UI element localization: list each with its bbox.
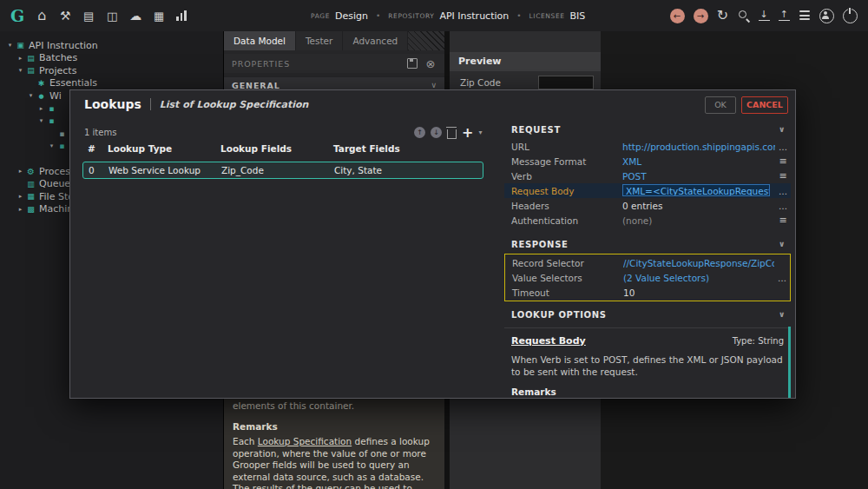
forward-button[interactable]	[694, 9, 708, 23]
chevron-down-icon	[431, 81, 437, 89]
section-title: RESPONSE	[511, 240, 779, 249]
column-header-targets[interactable]: Target Fields	[333, 143, 400, 154]
property-row-url[interactable]: URL http://production.shippingapis.com/.…	[504, 139, 791, 154]
property-value[interactable]: //CityStateLookupResponse/ZipCode	[623, 258, 774, 268]
expander-icon[interactable]	[16, 206, 25, 213]
property-row-headers[interactable]: Headers 0 entries	[504, 198, 791, 213]
user-icon[interactable]	[819, 9, 834, 23]
property-row-request-body[interactable]: Request Body XML=<CityStateLookupRequest…	[504, 183, 791, 198]
expander-icon[interactable]	[16, 193, 25, 200]
property-value[interactable]: 0 entries	[622, 201, 775, 211]
ellipsis-button[interactable]	[775, 142, 791, 152]
add-dropdown-caret[interactable]	[478, 129, 482, 136]
ellipsis-button[interactable]	[775, 186, 791, 196]
move-up-button[interactable]	[414, 127, 425, 138]
request-section-header[interactable]: REQUEST	[504, 122, 791, 137]
property-row-timeout[interactable]: Timeout 10	[505, 285, 790, 300]
property-help-panel: elements of this container. Remarks Each…	[224, 399, 444, 489]
expander-icon[interactable]	[5, 42, 15, 49]
tab-advanced[interactable]: Advanced	[343, 31, 408, 50]
grooper-design-window: G PAGE Design REPOSITORY API Instruction…	[0, 0, 868, 489]
layers-icon[interactable]	[799, 10, 811, 21]
column-header-index[interactable]: #	[88, 143, 95, 154]
property-value-editor[interactable]: XML=<CityStateLookupRequest USER...	[622, 184, 770, 196]
help-title: Request Body	[511, 335, 733, 347]
expander-icon[interactable]	[16, 168, 25, 175]
expander-icon[interactable]	[36, 105, 46, 112]
cloud-icon[interactable]	[129, 10, 141, 22]
tools-icon[interactable]	[59, 10, 71, 22]
chevron-down-icon	[779, 125, 786, 134]
repository-value[interactable]: API Instruction	[439, 10, 509, 22]
property-row-record-selector[interactable]: Record Selector //CityStateLookupRespons…	[505, 255, 790, 270]
download-icon[interactable]: ↓	[759, 10, 770, 21]
property-row-message-format[interactable]: Message Format XML	[504, 154, 791, 169]
tab-tester[interactable]: Tester	[296, 31, 343, 50]
table-row-selected[interactable]: 0 Web Service Lookup Zip_Code City, Stat…	[82, 162, 483, 179]
ok-button[interactable]: OK	[705, 96, 736, 114]
close-circle-icon[interactable]	[424, 58, 437, 69]
node-icon	[36, 91, 47, 100]
queues-icon	[25, 180, 36, 188]
node-icon	[56, 142, 68, 150]
tree-item-projects[interactable]: Projects	[0, 64, 223, 77]
search-icon[interactable]	[738, 10, 750, 22]
scrollbar-thumb[interactable]	[788, 327, 791, 398]
property-value[interactable]: http://production.shippingapis.com/...	[622, 142, 775, 152]
property-label: Record Selector	[512, 258, 623, 268]
expander-icon[interactable]	[16, 67, 25, 74]
property-value[interactable]: (none)	[622, 215, 775, 226]
property-label: Request Body	[511, 186, 622, 196]
menu-button[interactable]	[775, 170, 791, 182]
chart-icon[interactable]	[176, 10, 187, 21]
page-label: PAGE	[311, 12, 330, 20]
tab-data-model[interactable]: Data Model	[224, 31, 296, 50]
back-button[interactable]	[670, 9, 685, 23]
expander-icon[interactable]	[26, 92, 36, 99]
menu-button[interactable]	[775, 215, 791, 226]
page-value[interactable]: Design	[335, 10, 368, 22]
archive-icon[interactable]	[82, 10, 95, 22]
expander-icon[interactable]	[47, 142, 56, 149]
tab-bar: Data Model Tester Advanced	[224, 31, 444, 50]
power-icon[interactable]	[843, 9, 858, 23]
licensee-value[interactable]: BIS	[570, 10, 586, 22]
column-header-fields[interactable]: Lookup Fields	[220, 143, 292, 154]
processes-icon	[25, 167, 36, 176]
lookup-specification-link[interactable]: Lookup Specification	[258, 436, 352, 446]
refresh-icon[interactable]	[717, 9, 729, 23]
properties-bar: PROPERTIES	[224, 54, 444, 73]
tree-item-batches[interactable]: Batches	[0, 52, 223, 65]
move-down-button[interactable]	[431, 127, 442, 138]
property-value[interactable]: POST	[622, 171, 775, 182]
section-title: LOOKUP OPTIONS	[511, 310, 779, 320]
tree-item-api-instruction[interactable]: API Instruction	[0, 39, 223, 52]
property-value[interactable]: 10	[623, 287, 774, 298]
preview-header: Preview	[450, 52, 601, 71]
menu-button[interactable]	[775, 155, 791, 167]
chevron-down-icon	[779, 240, 786, 248]
add-icon[interactable]	[462, 124, 473, 141]
expander-icon[interactable]	[36, 117, 46, 124]
upload-icon[interactable]: ↑	[779, 10, 790, 21]
dialog-subtitle: List of Lookup Specification	[160, 99, 309, 110]
export-icon[interactable]	[153, 10, 165, 22]
property-row-value-selectors[interactable]: Value Selectors (2 Value Selectors)	[505, 270, 790, 285]
property-row-authentication[interactable]: Authentication (none)	[504, 213, 791, 228]
ellipsis-button[interactable]	[775, 201, 791, 211]
expander-icon[interactable]	[16, 55, 25, 62]
home-icon[interactable]	[36, 9, 48, 23]
property-row-verb[interactable]: Verb POST	[504, 169, 791, 183]
zip-code-input[interactable]	[538, 76, 594, 89]
delete-icon[interactable]	[447, 129, 457, 139]
property-value[interactable]: (2 Value Selectors)	[623, 273, 774, 283]
cancel-button[interactable]: CANCEL	[741, 96, 788, 114]
briefcase-icon[interactable]	[106, 10, 118, 22]
lookup-options-section-header[interactable]: LOOKUP OPTIONS	[504, 307, 791, 322]
response-section-header[interactable]: RESPONSE	[504, 236, 791, 252]
property-value[interactable]: XML	[622, 156, 775, 167]
save-icon[interactable]	[407, 58, 418, 69]
tree-item-essentials[interactable]: Essentials	[0, 77, 223, 90]
ellipsis-button[interactable]	[774, 273, 790, 283]
column-header-type[interactable]: Lookup Type	[108, 143, 172, 154]
